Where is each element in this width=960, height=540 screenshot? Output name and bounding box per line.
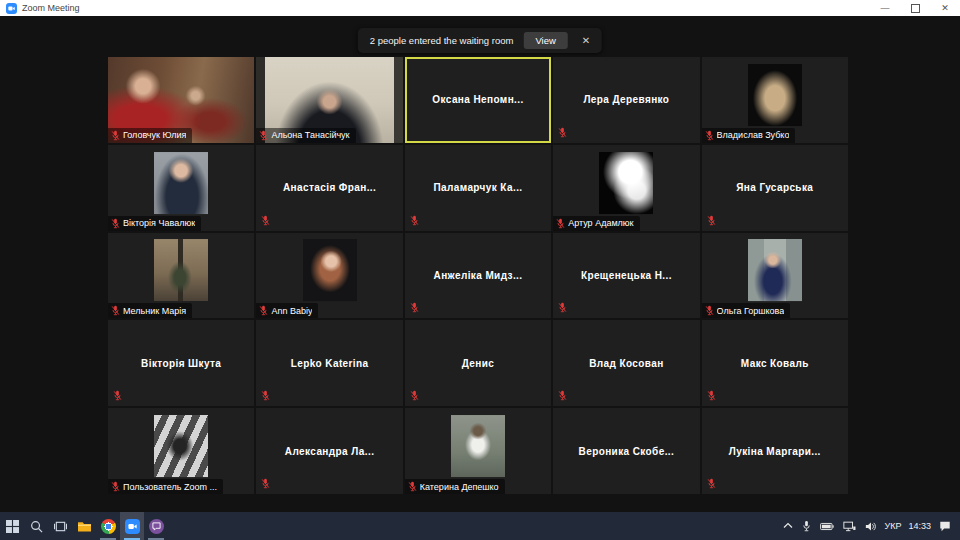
start-button[interactable] <box>0 512 24 540</box>
muted-mic-icon <box>707 390 716 401</box>
muted-mic-icon <box>707 478 716 489</box>
participant-name-label: Владислав Зубко <box>702 128 796 143</box>
muted-mic-icon <box>558 302 567 313</box>
participant-name: Паламарчук Ка... <box>405 145 551 231</box>
participant-tile[interactable]: Альона Танасійчук Альона Танасійчук <box>256 57 402 143</box>
muted-mic-icon <box>111 218 120 229</box>
participant-name: Анжеліка Мидз... <box>405 233 551 319</box>
muted-mic-icon <box>261 478 270 489</box>
participant-name: Анастасія Фран... <box>256 145 402 231</box>
viber-taskbar-button[interactable] <box>144 512 168 540</box>
task-view-icon <box>54 520 67 533</box>
window-controls: — ✕ <box>870 0 960 16</box>
participant-name: Вероника Скобе... <box>553 408 699 494</box>
minimize-button[interactable]: — <box>870 0 900 16</box>
viber-icon <box>149 519 164 534</box>
participant-name-label: Ольга Горшкова <box>702 303 791 318</box>
participant-tile[interactable]: Анастасія Фран... Анастасія Фран... <box>256 145 402 231</box>
file-explorer-button[interactable] <box>72 512 96 540</box>
muted-mic-icon <box>410 302 419 313</box>
zoom-app-icon <box>6 3 17 14</box>
muted-mic-icon <box>259 305 268 316</box>
participant-name: Лера Деревянко <box>553 57 699 143</box>
waiting-room-message: 2 people entered the waiting room <box>370 35 514 46</box>
start-icon <box>6 520 19 533</box>
participant-tile[interactable]: Мельник Марія Мельник Марія <box>108 233 254 319</box>
microphone-icon[interactable] <box>801 520 812 532</box>
clock[interactable]: 14:33 <box>908 521 931 531</box>
participant-tile[interactable]: Оксана Непомн... Оксана Непомн... <box>405 57 551 143</box>
participant-name: Макс Коваль <box>702 320 848 406</box>
participant-tile[interactable]: Головчук Юлия Головчук Юлия <box>108 57 254 143</box>
muted-mic-icon <box>410 215 419 226</box>
participant-avatar <box>154 415 208 477</box>
participant-avatar <box>154 240 208 302</box>
participant-tile[interactable]: Анжеліка Мидз... Анжеліка Мидз... <box>405 233 551 319</box>
participant-tile[interactable]: Крещенецька Н... Крещенецька Н... <box>553 233 699 319</box>
participant-name: Лукіна Маргари... <box>702 408 848 494</box>
participant-tile[interactable]: Ann Babiy Ann Babiy <box>256 233 402 319</box>
volume-icon[interactable] <box>864 521 878 532</box>
participant-name: Денис <box>405 320 551 406</box>
network-icon[interactable] <box>842 521 857 532</box>
hidden-icons-chevron[interactable] <box>782 522 794 530</box>
maximize-button[interactable] <box>900 0 930 16</box>
muted-mic-icon <box>410 390 419 401</box>
participant-tile[interactable]: Александра Ла... Александра Ла... <box>256 408 402 494</box>
participant-name-text: Артур Адамлюк <box>568 218 633 228</box>
participant-name: Lepko Katerina <box>256 320 402 406</box>
participant-name: Крещенецька Н... <box>553 233 699 319</box>
participant-tile[interactable]: Денис Денис <box>405 320 551 406</box>
muted-mic-icon <box>408 481 417 492</box>
task-view-button[interactable] <box>48 512 72 540</box>
participant-tile[interactable]: Lepko Katerina Lepko Katerina <box>256 320 402 406</box>
participant-name-label: Мельник Марія <box>108 303 192 318</box>
participant-tile[interactable]: Владислав Зубко Владислав Зубко <box>702 57 848 143</box>
view-waiting-room-button[interactable]: View <box>523 32 567 49</box>
participant-tile[interactable]: Пользователь Zoom ... Пользователь Zoom … <box>108 408 254 494</box>
file-explorer-icon <box>77 520 92 533</box>
meeting-canvas: 2 people entered the waiting room View ✕… <box>0 16 960 512</box>
muted-mic-icon <box>705 305 714 316</box>
screen: Zoom Meeting — ✕ 2 people entered the wa… <box>0 0 960 540</box>
battery-icon[interactable] <box>819 522 835 531</box>
zoom-taskbar-button[interactable] <box>120 512 144 540</box>
waiting-room-banner: 2 people entered the waiting room View ✕ <box>358 28 602 53</box>
participant-name-text: Ольга Горшкова <box>717 306 785 316</box>
search-button[interactable] <box>24 512 48 540</box>
chrome-taskbar-button[interactable] <box>96 512 120 540</box>
participant-tile[interactable]: Лукіна Маргари... Лукіна Маргари... <box>702 408 848 494</box>
windows-taskbar: УКР 14:33 <box>0 512 960 540</box>
participant-avatar <box>599 152 653 214</box>
muted-mic-icon <box>261 215 270 226</box>
muted-mic-icon <box>111 305 120 316</box>
participant-tile[interactable]: Макс Коваль Макс Коваль <box>702 320 848 406</box>
participant-avatar <box>748 64 802 126</box>
participant-grid: Головчук Юлия Головчук Юлия <box>108 57 848 494</box>
action-center-icon[interactable] <box>938 520 952 532</box>
participant-tile[interactable]: Артур Адамлюк Артур Адамлюк <box>553 145 699 231</box>
banner-close-icon[interactable]: ✕ <box>578 33 594 48</box>
participant-name: Оксана Непомн... <box>407 59 549 141</box>
participant-tile[interactable]: Катерина Депешко Катерина Депешко <box>405 408 551 494</box>
participant-name-text: Ann Babiy <box>271 306 312 316</box>
participant-tile[interactable]: Яна Гусарська Яна Гусарська <box>702 145 848 231</box>
participant-name-label: Альона Танасійчук <box>256 128 355 143</box>
language-indicator[interactable]: УКР <box>885 521 902 531</box>
muted-mic-icon <box>113 390 122 401</box>
participant-tile[interactable]: Вікторія Шкута Вікторія Шкута <box>108 320 254 406</box>
participant-tile[interactable]: Лера Деревянко Лера Деревянко <box>553 57 699 143</box>
participant-tile[interactable]: Вероника Скобе... Вероника Скобе... <box>553 408 699 494</box>
participant-tile[interactable]: Влад Косован Влад Косован <box>553 320 699 406</box>
muted-mic-icon <box>259 130 268 141</box>
participant-avatar <box>303 240 357 302</box>
close-button[interactable]: ✕ <box>930 0 960 16</box>
muted-mic-icon <box>111 130 120 141</box>
window-titlebar: Zoom Meeting — ✕ <box>0 0 960 16</box>
participant-tile[interactable]: Паламарчук Ка... Паламарчук Ка... <box>405 145 551 231</box>
chrome-icon <box>101 519 116 534</box>
participant-tile[interactable]: Вікторія Чавалюк Вікторія Чавалюк <box>108 145 254 231</box>
participant-tile[interactable]: Ольга Горшкова Ольга Горшкова <box>702 233 848 319</box>
participant-name-label: Вікторія Чавалюк <box>108 216 201 231</box>
participant-name-text: Вікторія Чавалюк <box>123 218 195 228</box>
